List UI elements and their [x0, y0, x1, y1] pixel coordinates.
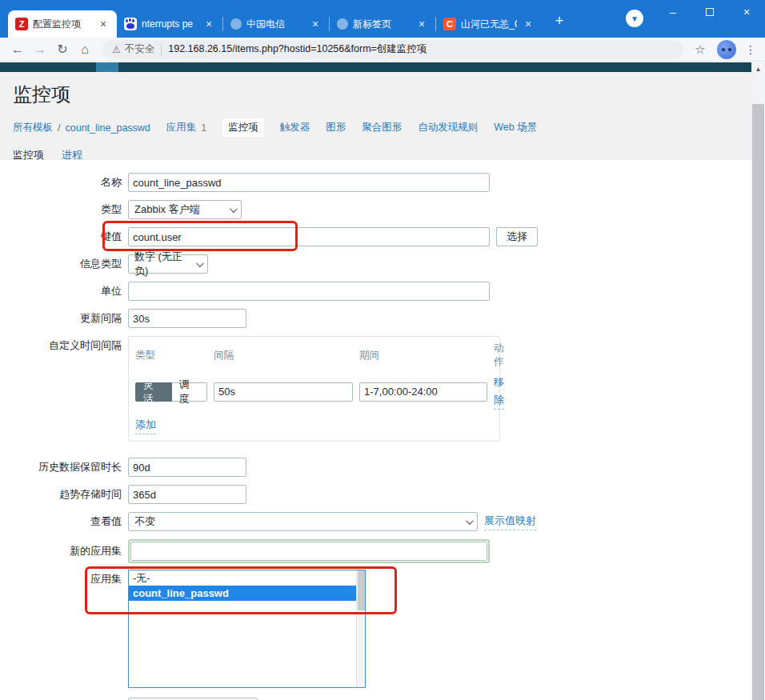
nav-graphs[interactable]: 图形 [326, 121, 346, 134]
page-title: 监控项 [0, 72, 751, 109]
show-value-select[interactable]: 不变 [128, 512, 478, 531]
row-name: 名称 [0, 173, 751, 192]
row-trends: 趋势存储时间 [0, 485, 751, 504]
col-header-period: 期间 [359, 349, 487, 367]
nav-screens[interactable]: 聚合图形 [362, 121, 402, 134]
close-button[interactable]: × [728, 0, 765, 24]
tab-close-icon[interactable]: × [97, 18, 110, 30]
browser-titlebar: Z 配置监控项 × nterrupts pe × 中国电信 × 新标签页 × C… [0, 0, 765, 38]
scheduling-toggle-button[interactable]: 调度 [172, 382, 208, 402]
row-units: 单位 [0, 282, 751, 301]
new-application-input[interactable] [130, 542, 487, 561]
type-label: 类型 [0, 200, 128, 219]
show-value-mappings-link[interactable]: 展示值映射 [484, 512, 536, 530]
baidu-favicon-icon [124, 18, 137, 30]
url-text[interactable]: 192.168.26.15/items.php?hostid=10256&for… [168, 42, 427, 56]
active-menu-indicator [96, 62, 118, 72]
nav-items-active[interactable]: 监控项 [222, 118, 264, 137]
application-option-selected[interactable]: count_line_passwd [129, 586, 356, 601]
nav-triggers[interactable]: 触发器 [280, 121, 310, 134]
select-key-button[interactable]: 选择 [496, 227, 538, 246]
history-label: 历史数据保留时长 [0, 458, 128, 477]
zabbix-top-menu-edge [0, 62, 751, 72]
zabbix-page: 监控项 所有模板 / count_line_passwd 应用集 1 监控项 触… [0, 62, 751, 700]
browser-toolbar: ← → ↻ ⌂ ⚠ 不安全 192.168.26.15/items.php?ho… [0, 38, 765, 62]
trends-label: 趋势存储时间 [0, 485, 128, 504]
tab-title: 配置监控项 [33, 18, 92, 31]
scroll-up-icon[interactable]: ▲ [751, 62, 765, 75]
custom-intervals-table: 类型 间隔 期间 动作 灵活 调度 移除 添加 [128, 336, 500, 442]
tab-close-icon[interactable]: × [309, 18, 322, 30]
tab-title: nterrupts pe [142, 18, 198, 30]
row-key: 键值 选择 [0, 227, 751, 246]
interval-input[interactable] [214, 382, 353, 402]
generic-favicon-icon [337, 18, 348, 30]
tab-csdn[interactable]: C 山河已无恙_C × [436, 10, 542, 38]
not-secure-warning-icon[interactable]: ⚠ [112, 44, 121, 55]
flexible-toggle-button[interactable]: 灵活 [135, 382, 172, 402]
nav-discovery[interactable]: 自动发现规则 [418, 121, 478, 134]
applications-label: 应用集 [0, 570, 128, 589]
key-input[interactable] [128, 227, 490, 246]
nav-web[interactable]: Web 场景 [494, 121, 537, 134]
listbox-scrollbar-thumb[interactable] [358, 570, 365, 610]
custom-intervals-label: 自定义时间间隔 [0, 336, 128, 355]
minimize-button[interactable]: – [655, 0, 691, 24]
address-bar[interactable]: ⚠ 不安全 192.168.26.15/items.php?hostid=102… [102, 40, 683, 59]
browser-update-badge-icon[interactable]: ▼ [626, 10, 643, 27]
zabbix-favicon-icon: Z [15, 18, 28, 30]
maximize-button[interactable] [691, 0, 728, 24]
bookmark-star-icon[interactable]: ☆ [690, 42, 711, 57]
back-icon[interactable]: ← [6, 42, 29, 57]
forward-icon[interactable]: → [29, 42, 51, 57]
chevron-down-icon [230, 205, 238, 213]
add-interval-link[interactable]: 添加 [135, 416, 156, 434]
row-history: 历史数据保留时长 [0, 458, 751, 477]
period-input[interactable] [359, 382, 487, 402]
breadcrumb-template[interactable]: count_line_passwd [65, 122, 150, 134]
listbox-scrollbar[interactable] [356, 570, 365, 687]
chevron-down-icon [196, 259, 204, 267]
csdn-favicon-icon: C [443, 18, 456, 30]
tab-close-icon[interactable]: × [415, 18, 428, 30]
tab-china-telecom[interactable]: 中国电信 × [223, 10, 329, 38]
page-scrollbar[interactable]: ▲ [751, 62, 765, 700]
remove-interval-link[interactable]: 移除 [494, 374, 504, 410]
row-applications: 应用集 -无- count_line_passwd [0, 570, 751, 688]
col-header-action: 动作 [494, 342, 504, 374]
nav-applications[interactable]: 应用集 [166, 121, 197, 134]
browser-menu-icon[interactable]: ⋮ [743, 43, 759, 56]
breadcrumb-all-templates[interactable]: 所有模板 [13, 121, 53, 134]
trends-input[interactable] [128, 485, 246, 504]
profile-avatar[interactable] [717, 40, 736, 59]
tab-close-icon[interactable]: × [522, 18, 535, 30]
tab-new-tab-page[interactable]: 新标签页 × [330, 10, 435, 38]
security-label: 不安全 [125, 42, 155, 56]
tab-zabbix-config[interactable]: Z 配置监控项 × [8, 10, 117, 38]
applications-listbox[interactable]: -无- count_line_passwd [128, 570, 366, 688]
home-icon[interactable]: ⌂ [74, 42, 96, 57]
maximize-icon [706, 8, 714, 16]
key-label: 键值 [0, 227, 128, 246]
tab-title: 中国电信 [246, 18, 304, 31]
name-input[interactable] [128, 173, 490, 192]
row-update-interval: 更新间隔 [0, 309, 751, 328]
info-type-select[interactable]: 数字 (无正负) [128, 254, 208, 274]
show-value-label: 查看值 [0, 512, 128, 531]
type-select-value: Zabbix 客户端 [134, 202, 200, 217]
new-application-highlight [128, 539, 490, 563]
application-option-none[interactable]: -无- [129, 570, 356, 586]
info-type-select-value: 数字 (无正负) [134, 250, 188, 278]
new-application-label: 新的应用集 [0, 539, 128, 563]
new-tab-button[interactable]: + [550, 13, 569, 30]
history-input[interactable] [128, 458, 246, 477]
scrollbar-thumb[interactable] [752, 104, 764, 700]
tab-close-icon[interactable]: × [202, 18, 215, 30]
type-select[interactable]: Zabbix 客户端 [128, 200, 242, 219]
show-value-select-value: 不变 [134, 514, 155, 529]
tab-interrupts[interactable]: nterrupts pe × [117, 10, 222, 38]
reload-icon[interactable]: ↻ [51, 42, 74, 57]
units-input[interactable] [128, 282, 490, 301]
row-show-value: 查看值 不变 展示值映射 [0, 512, 751, 531]
update-interval-input[interactable] [128, 309, 246, 328]
